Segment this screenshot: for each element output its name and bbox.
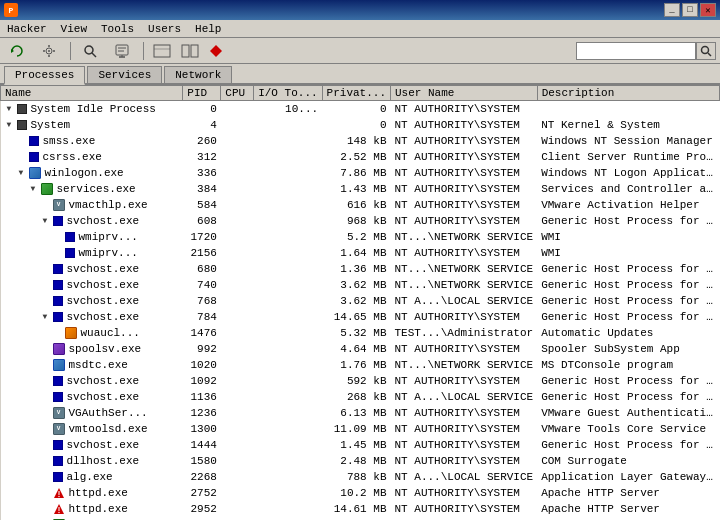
col-header-user[interactable]: User Name [391,86,538,101]
proc-pid: 2156 [183,245,221,261]
proc-pid: 336 [183,165,221,181]
proc-name-label: csrss.exe [43,151,102,163]
table-row[interactable]: wmiprv... 2156 1.64 MB NT AUTHORITY\SYST… [1,245,720,261]
table-row[interactable]: msdtc.exe 1020 1.76 MB NT...\NETWORK SER… [1,357,720,373]
proc-cpu [221,213,254,229]
proc-priv: 1.45 MB [322,437,390,453]
proc-user: NT AUTHORITY\SYSTEM [391,213,538,229]
col-header-desc[interactable]: Description [537,86,719,101]
table-row[interactable]: svchost.exe 1444 1.45 MB NT AUTHORITY\SY… [1,437,720,453]
separator-2 [143,42,144,60]
proc-io [254,229,322,245]
proc-priv: 14.65 MB [322,309,390,325]
table-row[interactable]: mysqld.exe 2512 169.89 MB NT AUTHORITY\S… [1,517,720,521]
proc-io: 10... [254,101,322,117]
table-row[interactable]: V VGAuthSer... 1236 6.13 MB NT AUTHORITY… [1,405,720,421]
proc-desc [537,101,719,117]
process-list-container[interactable]: Name PID CPU I/O To... Privat... User Na… [0,85,720,520]
table-row[interactable]: smss.exe 260 148 kB NT AUTHORITY\SYSTEM … [1,133,720,149]
table-row[interactable]: V vmtoolsd.exe 1300 11.09 MB NT AUTHORIT… [1,421,720,437]
proc-name-cell: ▼ winlogon.exe [1,165,183,181]
proc-user: NT AUTHORITY\SYSTEM [391,165,538,181]
close-button[interactable]: ✕ [700,3,716,17]
tab-network[interactable]: Network [164,66,232,83]
menu-help[interactable]: Help [192,22,224,36]
proc-priv: 0 [322,117,390,133]
proc-priv: 3.62 MB [322,277,390,293]
table-row[interactable]: ▼ svchost.exe 608 968 kB NT AUTHORITY\SY… [1,213,720,229]
proc-desc: MS DTConsole program [537,357,719,373]
expand-icon[interactable]: ▼ [7,104,15,113]
table-row[interactable]: svchost.exe 768 3.62 MB NT A...\LOCAL SE… [1,293,720,309]
col-header-priv[interactable]: Privat... [322,86,390,101]
table-row[interactable]: spoolsv.exe 992 4.64 MB NT AUTHORITY\SYS… [1,341,720,357]
table-row[interactable]: httpd.exe 2752 10.2 MB NT AUTHORITY\SYST… [1,485,720,501]
proc-io [254,501,322,517]
expand-icon[interactable]: ▼ [43,216,51,225]
table-row[interactable]: wmiprv... 1720 5.2 MB NT...\NETWORK SERV… [1,229,720,245]
sys-info-button[interactable] [109,40,137,62]
proc-desc: VMware Activation Helper [537,197,719,213]
table-row[interactable]: svchost.exe 1136 268 kB NT A...\LOCAL SE… [1,389,720,405]
proc-name-cell: wmiprv... [1,245,183,261]
table-row[interactable]: svchost.exe 740 3.62 MB NT...\NETWORK SE… [1,277,720,293]
table-row[interactable]: svchost.exe 1092 592 kB NT AUTHORITY\SYS… [1,373,720,389]
proc-cpu [221,501,254,517]
proc-priv: 14.61 MB [322,501,390,517]
table-row[interactable]: svchost.exe 680 1.36 MB NT...\NETWORK SE… [1,261,720,277]
proc-name-cell: svchost.exe [1,261,183,277]
window-controls[interactable]: _ □ ✕ [664,3,716,17]
table-row[interactable]: alg.exe 2268 788 kB NT A...\LOCAL SERVIC… [1,469,720,485]
expand-icon[interactable]: ▼ [19,168,27,177]
table-row[interactable]: ▼ services.exe 384 1.43 MB NT AUTHORITY\… [1,181,720,197]
search-button[interactable] [696,42,716,60]
col-header-cpu[interactable]: CPU [221,86,254,101]
proc-io [254,149,322,165]
tab-services[interactable]: Services [87,66,162,83]
svg-line-20 [708,53,711,56]
table-row[interactable]: ▼ winlogon.exe 336 7.86 MB NT AUTHORITY\… [1,165,720,181]
table-row[interactable]: V vmacthlp.exe 584 616 kB NT AUTHORITY\S… [1,197,720,213]
view-btn-1[interactable] [150,41,174,61]
menu-tools[interactable]: Tools [98,22,137,36]
view-btn-2[interactable] [178,41,202,61]
proc-desc [537,517,719,521]
proc-name-label: wmiprv... [79,231,138,243]
table-row[interactable]: ▼ System 4 0 NT AUTHORITY\SYSTEM NT Kern… [1,117,720,133]
proc-pid: 384 [183,181,221,197]
tab-processes[interactable]: Processes [4,66,85,85]
stop-button[interactable] [206,41,226,61]
col-header-name[interactable]: Name [1,86,183,101]
proc-user: NT AUTHORITY\SYSTEM [391,485,538,501]
find-handles-button[interactable] [77,40,105,62]
maximize-button[interactable]: □ [682,3,698,17]
minimize-button[interactable]: _ [664,3,680,17]
proc-cpu [221,293,254,309]
proc-priv: 0 [322,101,390,117]
search-input[interactable] [576,42,696,60]
expand-icon[interactable]: ▼ [7,120,15,129]
proc-pid: 584 [183,197,221,213]
expand-icon[interactable]: ▼ [31,184,39,193]
menu-view[interactable]: View [58,22,90,36]
proc-user: NT AUTHORITY\SYSTEM [391,501,538,517]
table-row[interactable]: ▼ svchost.exe 784 14.65 MB NT AUTHORITY\… [1,309,720,325]
col-header-pid[interactable]: PID [183,86,221,101]
proc-priv: 148 kB [322,133,390,149]
col-header-io[interactable]: I/O To... [254,86,322,101]
proc-cpu [221,341,254,357]
table-row[interactable]: csrss.exe 312 2.52 MB NT AUTHORITY\SYSTE… [1,149,720,165]
table-row[interactable]: dllhost.exe 1580 2.48 MB NT AUTHORITY\SY… [1,453,720,469]
expand-icon[interactable]: ▼ [43,312,51,321]
table-row[interactable]: httpd.exe 2952 14.61 MB NT AUTHORITY\SYS… [1,501,720,517]
table-row[interactable]: ▼ System Idle Process 0 10... 0 NT AUTHO… [1,101,720,117]
proc-name-cell: ▼ svchost.exe [1,309,183,325]
table-row[interactable]: wuaucl... 1476 5.32 MB TEST...\Administr… [1,325,720,341]
refresh-button[interactable] [4,40,32,62]
proc-io [254,117,322,133]
options-button[interactable] [36,40,64,62]
proc-name-label: svchost.exe [67,263,140,275]
proc-user: NT AUTHORITY\SYSTEM [391,517,538,521]
menu-hacker[interactable]: Hacker [4,22,50,36]
menu-users[interactable]: Users [145,22,184,36]
